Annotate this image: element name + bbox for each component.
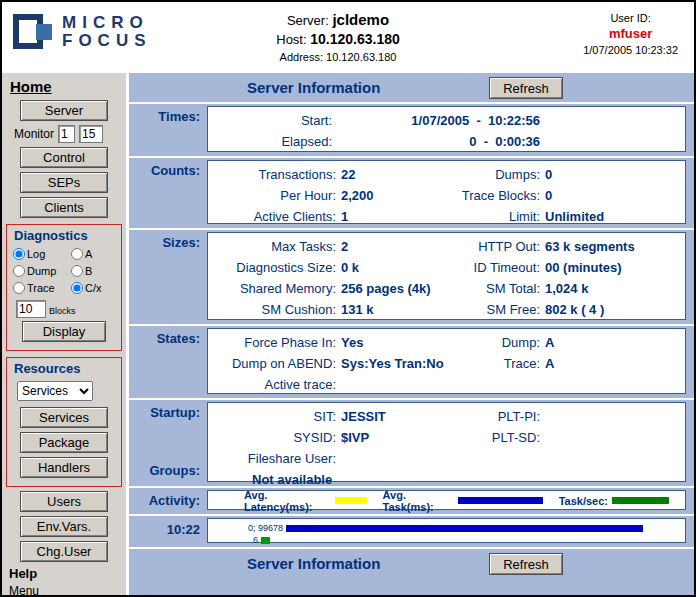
trace-state-label: Trace: bbox=[456, 353, 540, 374]
host-line: Host: 10.120.63.180 bbox=[142, 31, 534, 47]
radio-dump-input[interactable] bbox=[13, 265, 25, 277]
per-hour-label: Per Hour: bbox=[208, 185, 336, 206]
radio-b-input[interactable] bbox=[71, 265, 83, 277]
address-line: Address: 10.120.63.180 bbox=[142, 51, 534, 63]
radio-b[interactable]: B bbox=[71, 262, 119, 279]
display-button[interactable]: Display bbox=[22, 321, 106, 342]
micro-focus-logo-text: MICRO FOCUS bbox=[62, 14, 152, 50]
transactions-pair: Transactions:22 bbox=[208, 164, 456, 185]
counts-row: Counts: Transactions:22 Per Hour:2,200 A… bbox=[129, 158, 694, 230]
user-id-value: mfuser bbox=[583, 26, 678, 41]
radio-trace[interactable]: Trace bbox=[13, 279, 71, 296]
host-label: Host: bbox=[276, 32, 306, 47]
radio-a-label: A bbox=[85, 248, 92, 260]
control-button[interactable]: Control bbox=[20, 147, 108, 168]
radio-dump[interactable]: Dump bbox=[13, 262, 71, 279]
sysid-label: SYSID: bbox=[208, 427, 336, 448]
active-clients-pair: Active Clients:1 bbox=[208, 206, 456, 227]
dump-on-abend-label: Dump on ABEND: bbox=[208, 353, 336, 374]
activity-row: Activity: Avg. Latency(ms): Avg. Task(ms… bbox=[129, 488, 694, 516]
bottom-title-bar: Server Information Refresh bbox=[129, 549, 694, 580]
resources-title: Resources bbox=[14, 361, 119, 376]
sm-free-label: SM Free: bbox=[456, 299, 540, 320]
user-id-label: User ID: bbox=[583, 12, 678, 24]
monitor-interval-input[interactable] bbox=[58, 125, 75, 143]
radio-cx-input[interactable] bbox=[71, 282, 83, 294]
diagnostics-size-pair: Diagnostics Size:0 k bbox=[208, 257, 456, 278]
sit-value: JESSIT bbox=[336, 406, 386, 427]
elapsed-value: 0 - 0:00:36 bbox=[332, 131, 540, 152]
sizes-box: Max Tasks:2 Diagnostics Size:0 k Shared … bbox=[207, 232, 686, 320]
services-button[interactable]: Services bbox=[20, 407, 108, 428]
startup-row: Startup: Groups: SIT:JESSIT SYSID:$IVP F… bbox=[129, 400, 694, 488]
app-window: MICRO FOCUS Server: jcldemo Host: 10.120… bbox=[0, 0, 696, 597]
http-out-value: 63 k segments bbox=[540, 236, 635, 257]
activity-row-label: Activity: bbox=[129, 488, 207, 514]
content: Home Server Monitor Control SEPs Clients… bbox=[2, 73, 694, 595]
logo-line1: MICRO bbox=[62, 14, 152, 32]
home-link[interactable]: Home bbox=[10, 78, 52, 95]
micro-focus-logo: MICRO FOCUS bbox=[12, 11, 152, 53]
diagnostics-size-label: Diagnostics Size: bbox=[208, 257, 336, 278]
radio-b-label: B bbox=[85, 265, 92, 277]
sm-free-value: 802 k ( 4 ) bbox=[540, 299, 604, 320]
trace-blocks-value: 0 bbox=[540, 185, 552, 206]
counts-box: Transactions:22 Per Hour:2,200 Active Cl… bbox=[207, 160, 686, 224]
start-line: Start: 1/07/2005 - 10:22:56 bbox=[208, 110, 685, 131]
package-button[interactable]: Package bbox=[20, 432, 108, 453]
top-title-bar: Server Information Refresh bbox=[129, 73, 694, 104]
id-timeout-label: ID Timeout: bbox=[456, 257, 540, 278]
blocks-label: Blocks bbox=[49, 306, 76, 318]
radio-log-input[interactable] bbox=[13, 248, 25, 260]
task-sec-bar bbox=[612, 497, 669, 504]
header-user-block: User ID: mfuser 1/07/2005 10:23:32 bbox=[583, 12, 678, 56]
times-row: Times: Start: 1/07/2005 - 10:22:56 Elaps… bbox=[129, 104, 694, 158]
monitor-row: Monitor bbox=[14, 125, 126, 143]
legend-latency: Avg. Latency(ms): bbox=[244, 489, 367, 513]
force-phase-in-value: Yes bbox=[336, 332, 363, 353]
max-tasks-value: 2 bbox=[336, 236, 348, 257]
sysid-pair: SYSID:$IVP bbox=[208, 427, 456, 448]
latency-bar bbox=[335, 497, 366, 504]
blocks-row: Blocks bbox=[16, 300, 119, 318]
force-phase-in-pair: Force Phase In:Yes bbox=[208, 332, 456, 353]
dump-on-abend-value: Sys:Yes Tran:No bbox=[336, 353, 444, 374]
clients-button[interactable]: Clients bbox=[20, 197, 108, 218]
refresh-button-bottom[interactable]: Refresh bbox=[489, 553, 563, 575]
trace-state-pair: Trace:A bbox=[456, 353, 685, 374]
limit-label: Limit: bbox=[456, 206, 540, 227]
server-button[interactable]: Server bbox=[20, 100, 108, 121]
dump-state-value: A bbox=[540, 332, 554, 353]
diagnostics-group: Diagnostics Log A Dump bbox=[6, 224, 122, 351]
radio-log[interactable]: Log bbox=[13, 245, 71, 262]
sm-free-pair: SM Free:802 k ( 4 ) bbox=[456, 299, 685, 320]
id-timeout-pair: ID Timeout:00 (minutes) bbox=[456, 257, 685, 278]
handlers-button[interactable]: Handlers bbox=[20, 457, 108, 478]
states-row: States: Force Phase In:Yes Dump on ABEND… bbox=[129, 326, 694, 400]
radio-cx[interactable]: C/x bbox=[71, 279, 119, 296]
resources-select[interactable]: Services bbox=[17, 381, 93, 401]
users-button[interactable]: Users bbox=[20, 491, 108, 512]
radio-trace-label: Trace bbox=[27, 282, 55, 294]
menu-link[interactable]: Menu bbox=[9, 584, 39, 597]
dump-state-pair: Dump:A bbox=[456, 332, 685, 353]
seps-button[interactable]: SEPs bbox=[20, 172, 108, 193]
sysid-value: $IVP bbox=[336, 427, 369, 448]
radio-a-input[interactable] bbox=[71, 248, 83, 260]
sizes-row-label: Sizes: bbox=[129, 230, 207, 324]
env-vars-button[interactable]: Env.Vars. bbox=[20, 516, 108, 537]
header-center: Server: jcldemo Host: 10.120.63.180 Addr… bbox=[142, 11, 534, 63]
plt-sd-pair: PLT-SD: bbox=[456, 427, 685, 448]
monitor-count-input[interactable] bbox=[79, 125, 103, 143]
force-phase-in-label: Force Phase In: bbox=[208, 332, 336, 353]
blocks-input[interactable] bbox=[16, 300, 46, 318]
per-hour-value: 2,200 bbox=[336, 185, 374, 206]
sm-cushion-label: SM Cushion: bbox=[208, 299, 336, 320]
chg-user-button[interactable]: Chg.User bbox=[20, 541, 108, 562]
micro-focus-logo-icon bbox=[12, 11, 54, 53]
sm-cushion-value: 131 k bbox=[336, 299, 374, 320]
radio-a[interactable]: A bbox=[71, 245, 119, 262]
header: MICRO FOCUS Server: jcldemo Host: 10.120… bbox=[2, 2, 694, 73]
radio-trace-input[interactable] bbox=[13, 282, 25, 294]
refresh-button-top[interactable]: Refresh bbox=[489, 77, 563, 99]
